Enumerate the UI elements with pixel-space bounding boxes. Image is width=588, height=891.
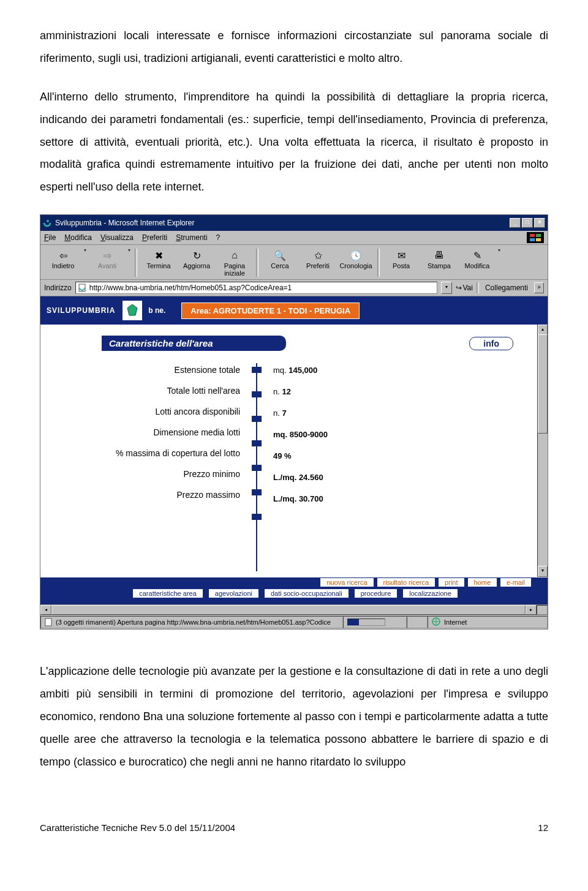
nav-print[interactable]: print: [438, 577, 464, 587]
brand-logo-1: [123, 301, 142, 320]
edit-dropdown-caret[interactable]: ▾: [496, 247, 502, 253]
menu-modifica[interactable]: Modifica: [64, 233, 92, 242]
search-button[interactable]: 🔍 Cerca: [261, 247, 299, 271]
row-value: L./mq. 24.560: [273, 467, 548, 488]
scroll-left-icon[interactable]: ◂: [40, 605, 51, 615]
row-value: n. 7: [273, 402, 548, 424]
row-label: Dimensione media lotti: [40, 422, 249, 443]
menu-preferiti[interactable]: Preferiti: [142, 233, 167, 242]
window-title: Sviluppumbria - Microsoft Internet Explo…: [55, 219, 194, 227]
svg-point-0: [47, 220, 49, 222]
row-value: L./mq. 30.700: [273, 488, 548, 509]
mail-button[interactable]: ✉ Posta: [382, 247, 420, 271]
body-paragraph-1: amministrazioni locali interessate e for…: [40, 24, 548, 70]
header-bar: SVILUPPUMBRIA b ne. Area: AGROTUDERTE 1 …: [40, 296, 548, 325]
home-button[interactable]: ⌂ Pagina iniziale: [216, 247, 254, 278]
favorites-icon: ✩: [314, 249, 322, 262]
hscroll-thumb[interactable]: [51, 605, 526, 615]
menu-help[interactable]: ?: [216, 233, 221, 242]
info-button[interactable]: info: [469, 337, 513, 350]
search-icon: 🔍: [274, 249, 286, 262]
scroll-corner: [537, 605, 548, 615]
favorites-button[interactable]: ✩ Preferiti: [299, 247, 337, 271]
svg-rect-3: [530, 238, 535, 241]
back-dropdown-caret[interactable]: ▾: [82, 247, 88, 253]
row-value: 49 %: [273, 445, 548, 467]
nav-caratteristiche[interactable]: caratteristiche area: [132, 588, 203, 598]
row-value: n. 12: [273, 381, 548, 402]
maximize-button[interactable]: □: [522, 218, 533, 228]
forward-button[interactable]: ⇨ Avanti: [88, 247, 126, 271]
page-icon: [45, 618, 53, 626]
menu-visualizza[interactable]: Visualizza: [100, 233, 134, 242]
edit-icon: ✎: [473, 249, 481, 262]
row-value: mq. 8500-9000: [273, 424, 548, 445]
address-bar: Indirizzo http://www.bna-umbria.net/htm/…: [40, 280, 548, 296]
address-url: http://www.bna-umbria.net/htm/Homeb051.a…: [89, 284, 292, 292]
print-icon: 🖶: [434, 249, 444, 262]
progress-bar: [347, 618, 385, 626]
row-label: Prezzo minimo: [40, 464, 249, 484]
refresh-button[interactable]: ↻ Aggiorna: [178, 247, 216, 271]
scroll-down-icon[interactable]: ▾: [538, 566, 548, 577]
toolbar-separator-3: [377, 249, 380, 277]
mail-icon: ✉: [398, 249, 405, 262]
svg-rect-6: [45, 618, 51, 626]
internet-zone-icon: [432, 617, 440, 627]
history-button[interactable]: 🕓 Cronologia: [337, 247, 375, 271]
nav-localizzazione[interactable]: localizzazione: [402, 588, 458, 598]
status-bar: (3 oggetti rimanenti) Apertura pagina ht…: [40, 615, 548, 629]
brand-logo-2: b ne.: [147, 301, 167, 320]
go-button[interactable]: ↪ Vai: [456, 284, 473, 292]
address-input[interactable]: http://www.bna-umbria.net/htm/Homeb051.a…: [75, 282, 437, 294]
nav-risultato-ricerca[interactable]: risultato ricerca: [377, 577, 436, 587]
toolbar: ⇦ Indietro ▾ ⇨ Avanti ▾ ✖ Termina ↻ Aggi…: [40, 245, 548, 280]
row-label: Lotti ancora disponibili: [40, 401, 249, 422]
arrow-left-icon: ⇦: [59, 249, 67, 262]
area-badge: Area: AGROTUDERTE 1 - TODI - PERUGIA: [181, 303, 360, 319]
bottom-nav: nuova ricerca risultato ricerca print ho…: [40, 577, 548, 604]
menu-file[interactable]: File: [44, 233, 56, 242]
close-button[interactable]: ×: [534, 218, 545, 228]
page-footer: Caratteristiche Tecniche Rev 5.0 del 15/…: [40, 822, 548, 833]
zone-cell: Internet: [428, 616, 548, 628]
svg-rect-1: [530, 234, 535, 237]
home-icon: ⌂: [232, 249, 238, 262]
window-titlebar: Sviluppumbria - Microsoft Internet Explo…: [40, 215, 548, 231]
address-dropdown[interactable]: ▾: [441, 282, 452, 294]
scroll-right-icon[interactable]: ▸: [526, 605, 537, 615]
row-label: Prezzo massimo: [40, 484, 249, 505]
stop-icon: ✖: [155, 249, 163, 262]
footer-left: Caratteristiche Tecniche Rev 5.0 del 15/…: [40, 822, 235, 833]
nav-nuova-ricerca[interactable]: nuova ricerca: [320, 577, 374, 587]
print-button[interactable]: 🖶 Stampa: [420, 247, 458, 271]
stop-button[interactable]: ✖ Termina: [140, 247, 178, 271]
data-labels-column: Estensione totale Totale lotti nell'area…: [40, 359, 249, 571]
scroll-thumb[interactable]: [538, 334, 548, 434]
nav-agevolazioni[interactable]: agevolazioni: [208, 588, 259, 598]
address-label: Indirizzo: [44, 284, 72, 292]
forward-dropdown-caret[interactable]: ▾: [126, 247, 132, 253]
row-value: mq. 145,000: [273, 359, 548, 381]
vertical-scrollbar[interactable]: ▴ ▾: [537, 325, 548, 577]
spine-icon: [249, 359, 265, 571]
body-paragraph-3: L'applicazione delle tecnologie più avan…: [40, 660, 548, 773]
row-label: Estensione totale: [40, 359, 249, 380]
status-spacer: [407, 616, 428, 628]
nav-home[interactable]: home: [467, 577, 498, 587]
brand-label: SVILUPPUMBRIA: [47, 306, 115, 315]
nav-procedure[interactable]: procedure: [354, 588, 398, 598]
back-button[interactable]: ⇦ Indietro: [44, 247, 82, 271]
footer-page-number: 12: [538, 822, 548, 833]
links-overflow[interactable]: »: [534, 282, 544, 293]
horizontal-scrollbar[interactable]: ◂ ▸: [40, 604, 548, 615]
minimize-button[interactable]: _: [510, 218, 521, 228]
nav-dati-socio[interactable]: dati socio-occupazionali: [264, 588, 349, 598]
windows-flag-icon: [527, 232, 544, 243]
menu-strumenti[interactable]: Strumenti: [176, 233, 207, 242]
refresh-icon: ↻: [193, 249, 201, 262]
toolbar-separator: [135, 249, 137, 277]
edit-button[interactable]: ✎ Modifica: [458, 247, 496, 271]
nav-email[interactable]: e-mail: [500, 577, 532, 587]
links-label[interactable]: Collegamenti: [483, 284, 530, 292]
